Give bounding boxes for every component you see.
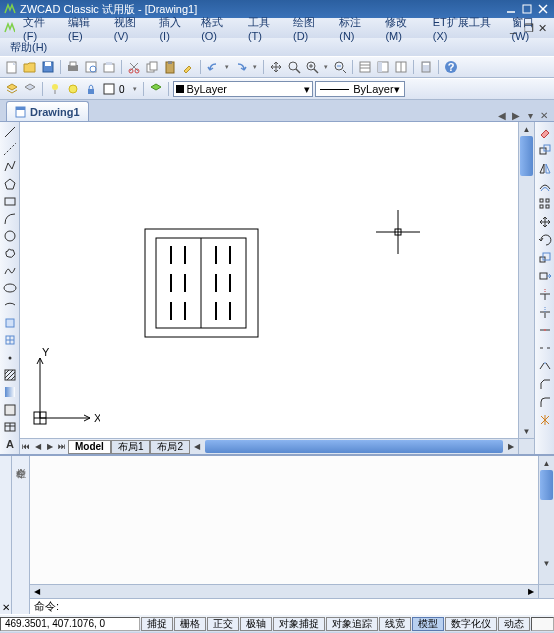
document-tab-active[interactable]: Drawing1 xyxy=(6,101,89,121)
menu-view[interactable]: 视图(V) xyxy=(108,13,154,44)
rectangle-tool[interactable] xyxy=(2,194,18,209)
layer-freeze-icon[interactable] xyxy=(65,81,81,97)
layout-prev-button[interactable]: ◀ xyxy=(32,440,44,454)
layout-next-button[interactable]: ▶ xyxy=(44,440,56,454)
command-line[interactable]: 命令: xyxy=(30,598,554,614)
table-tool[interactable] xyxy=(2,419,18,434)
menu-edit[interactable]: 编辑(E) xyxy=(62,13,108,44)
color-select[interactable]: ByLayer ▾ xyxy=(173,81,313,97)
properties-button[interactable] xyxy=(357,59,373,75)
break-tool[interactable] xyxy=(537,340,553,356)
cmd-scroll-up-icon[interactable]: ▲ xyxy=(539,456,554,470)
tool-palettes-button[interactable] xyxy=(393,59,409,75)
menu-draw[interactable]: 绘图(D) xyxy=(287,13,333,44)
status-osnap[interactable]: 对象捕捉 xyxy=(273,617,325,631)
status-ortho[interactable]: 正交 xyxy=(207,617,239,631)
status-otrack[interactable]: 对象追踪 xyxy=(326,617,378,631)
circle-tool[interactable] xyxy=(2,228,18,243)
status-digitizer[interactable]: 数字化仪 xyxy=(445,617,497,631)
array-tool[interactable] xyxy=(537,196,553,212)
print-button[interactable] xyxy=(65,59,81,75)
undo-button[interactable] xyxy=(205,59,221,75)
menu-file[interactable]: 文件(F) xyxy=(17,13,62,44)
menu-insert[interactable]: 插入(I) xyxy=(153,13,195,44)
help-button[interactable]: ? xyxy=(443,59,459,75)
region-tool[interactable] xyxy=(2,402,18,417)
point-tool[interactable] xyxy=(2,350,18,365)
status-model[interactable]: 模型 xyxy=(412,617,444,631)
cmd-scroll-left-icon[interactable]: ◀ xyxy=(30,585,44,598)
make-block-tool[interactable] xyxy=(2,333,18,348)
menu-dimension[interactable]: 标注(N) xyxy=(333,13,379,44)
status-grid[interactable]: 栅格 xyxy=(174,617,206,631)
coordinates-display[interactable]: 469.3501, 407.1076, 0 xyxy=(0,617,140,631)
scroll-down-icon[interactable]: ▼ xyxy=(519,424,534,438)
cut-button[interactable] xyxy=(126,59,142,75)
extend-tool[interactable] xyxy=(537,304,553,320)
scroll-thumb-v[interactable] xyxy=(520,136,533,176)
layer-manager-button[interactable] xyxy=(4,81,20,97)
explode-tool[interactable] xyxy=(537,412,553,428)
insert-block-tool[interactable] xyxy=(2,315,18,330)
mtext-tool[interactable]: A xyxy=(2,437,18,452)
design-center-button[interactable] xyxy=(375,59,391,75)
break-at-point-tool[interactable] xyxy=(537,322,553,338)
doctab-prev-button[interactable]: ◀ xyxy=(496,109,508,121)
zoom-realtime-button[interactable] xyxy=(286,59,302,75)
menu-modify[interactable]: 修改(M) xyxy=(379,13,426,44)
scroll-left-icon[interactable]: ◀ xyxy=(190,439,204,454)
cmd-scroll-down-icon[interactable]: ▼ xyxy=(539,556,554,570)
zoom-window-button[interactable] xyxy=(304,59,320,75)
status-lwt[interactable]: 线宽 xyxy=(379,617,411,631)
mdi-restore-button[interactable]: ❐ xyxy=(524,22,536,34)
layout-tab-1[interactable]: 布局1 xyxy=(111,440,151,454)
polyline-tool[interactable] xyxy=(2,159,18,174)
command-scrollbar-v[interactable]: ▲ ▼ xyxy=(538,456,554,584)
status-dyn[interactable]: 动态 xyxy=(498,617,530,631)
doctab-menu-button[interactable]: ▾ xyxy=(524,109,536,121)
zoom-previous-button[interactable] xyxy=(332,59,348,75)
rotate-tool[interactable] xyxy=(537,232,553,248)
join-tool[interactable] xyxy=(537,358,553,374)
polygon-tool[interactable] xyxy=(2,176,18,191)
offset-tool[interactable] xyxy=(537,178,553,194)
scroll-right-icon[interactable]: ▶ xyxy=(504,439,518,454)
chamfer-tool[interactable] xyxy=(537,376,553,392)
redo-dropdown[interactable]: ▾ xyxy=(251,59,259,75)
command-history[interactable] xyxy=(30,456,538,584)
ellipse-tool[interactable] xyxy=(2,280,18,295)
gradient-tool[interactable] xyxy=(2,385,18,400)
menu-format[interactable]: 格式(O) xyxy=(195,13,242,44)
move-tool[interactable] xyxy=(537,214,553,230)
open-button[interactable] xyxy=(22,59,38,75)
layout-first-button[interactable]: ⏮ xyxy=(20,440,32,454)
pan-button[interactable] xyxy=(268,59,284,75)
doctab-next-button[interactable]: ▶ xyxy=(510,109,522,121)
revision-cloud-tool[interactable] xyxy=(2,246,18,261)
calculator-button[interactable] xyxy=(418,59,434,75)
layout-last-button[interactable]: ⏭ xyxy=(56,440,68,454)
mirror-tool[interactable] xyxy=(537,160,553,176)
scroll-up-icon[interactable]: ▲ xyxy=(519,122,534,136)
ellipse-arc-tool[interactable] xyxy=(2,298,18,313)
arc-tool[interactable] xyxy=(2,211,18,226)
command-scrollbar-h[interactable]: ◀ ▶ xyxy=(30,584,554,598)
scroll-thumb-h[interactable] xyxy=(205,440,503,453)
stretch-tool[interactable] xyxy=(537,268,553,284)
canvas-scrollbar-h[interactable]: ◀ ▶ xyxy=(190,438,518,454)
copy-tool[interactable] xyxy=(537,142,553,158)
publish-button[interactable] xyxy=(101,59,117,75)
status-polar[interactable]: 极轴 xyxy=(240,617,272,631)
canvas-scrollbar-v[interactable]: ▲ ▼ xyxy=(518,122,534,438)
cmd-scroll-right-icon[interactable]: ▶ xyxy=(524,585,538,598)
layer-lock-icon[interactable] xyxy=(83,81,99,97)
menu-tools[interactable]: 工具(T) xyxy=(242,13,287,44)
command-panel-tab[interactable]: 命令栏 xyxy=(12,456,30,614)
copy-button[interactable] xyxy=(144,59,160,75)
paste-button[interactable] xyxy=(162,59,178,75)
drawing-canvas[interactable]: Y X xyxy=(20,122,518,438)
status-snap[interactable]: 捕捉 xyxy=(141,617,173,631)
zoom-dropdown[interactable]: ▾ xyxy=(322,59,330,75)
doctab-close-button[interactable]: ✕ xyxy=(538,109,550,121)
hatch-tool[interactable] xyxy=(2,367,18,382)
